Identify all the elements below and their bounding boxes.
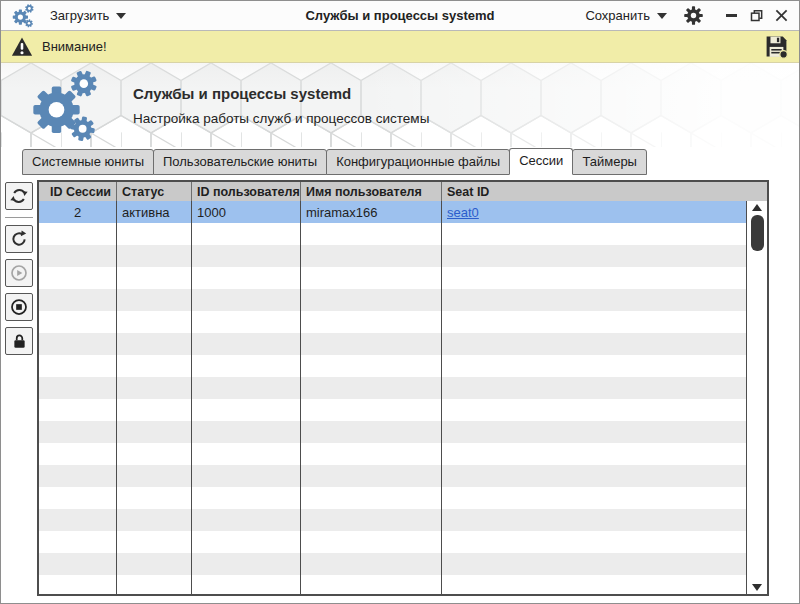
column-header-status[interactable]: Статус: [117, 182, 192, 201]
sessions-table: ID Сессии Статус ID пользователя Имя пол…: [37, 180, 769, 596]
refresh-button[interactable]: [5, 182, 33, 210]
empty-cell: [301, 267, 442, 289]
table-empty-row[interactable]: [39, 245, 746, 267]
empty-cell: [301, 575, 442, 594]
column-header-user-name[interactable]: Имя пользователя: [301, 182, 442, 201]
column-header-seat-id[interactable]: Seat ID: [442, 182, 767, 201]
empty-cell: [192, 421, 301, 443]
table-empty-row[interactable]: [39, 443, 746, 465]
empty-cell: [192, 399, 301, 421]
empty-cell: [117, 399, 192, 421]
empty-cell: [442, 553, 746, 575]
tab-config-files[interactable]: Конфигурационные файлы: [326, 149, 510, 175]
empty-cell: [192, 311, 301, 333]
empty-cell: [117, 245, 192, 267]
empty-cell: [301, 333, 442, 355]
column-header-user-id[interactable]: ID пользователя: [192, 182, 301, 201]
empty-cell: [192, 377, 301, 399]
table-row-session-2[interactable]: 2 активна 1000 miramax166 seat0: [39, 201, 746, 223]
seat-link[interactable]: seat0: [447, 205, 479, 220]
scroll-down-arrow-icon[interactable]: [752, 584, 762, 591]
table-empty-row[interactable]: [39, 355, 746, 377]
empty-cell: [442, 267, 746, 289]
start-button[interactable]: [5, 259, 33, 287]
empty-cell: [117, 223, 192, 245]
empty-cell: [301, 421, 442, 443]
vertical-scrollbar[interactable]: [746, 201, 767, 594]
settings-button[interactable]: [682, 5, 704, 27]
empty-cell: [442, 355, 746, 377]
table-empty-row[interactable]: [39, 531, 746, 553]
table-empty-row[interactable]: [39, 487, 746, 509]
scrollbar-thumb[interactable]: [751, 215, 764, 251]
cell-user-id: 1000: [192, 201, 301, 223]
tab-timers[interactable]: Таймеры: [572, 149, 647, 175]
warning-icon: [11, 36, 33, 58]
empty-cell: [117, 575, 192, 594]
empty-cell: [192, 245, 301, 267]
load-menu-button[interactable]: Загрузить: [50, 8, 126, 23]
app-window: Загрузить Службы и процессы systemd Сохр…: [0, 0, 800, 604]
restart-icon: [9, 229, 29, 249]
table-empty-row[interactable]: [39, 553, 746, 575]
tab-user-units[interactable]: Пользовательские юниты: [153, 149, 327, 175]
restart-button[interactable]: [5, 225, 33, 253]
empty-cell: [117, 377, 192, 399]
empty-cell: [301, 553, 442, 575]
title-bar-right: Сохранить: [574, 5, 789, 27]
empty-cell: [39, 333, 117, 355]
toolbar-separator: [5, 217, 33, 218]
table-empty-row[interactable]: [39, 311, 746, 333]
table-empty-row[interactable]: [39, 223, 746, 245]
table-empty-row[interactable]: [39, 465, 746, 487]
scroll-up-arrow-icon[interactable]: [752, 204, 762, 211]
tab-sessions[interactable]: Сессии: [509, 148, 573, 175]
empty-cell: [442, 333, 746, 355]
hero-content: Службы и процессы systemd Настройка рабо…: [1, 63, 799, 147]
maximize-button[interactable]: [748, 8, 764, 24]
warning-label: Внимание!: [42, 39, 107, 54]
empty-cell: [39, 443, 117, 465]
table-header: ID Сессии Статус ID пользователя Имя пол…: [39, 182, 767, 201]
table-empty-row[interactable]: [39, 333, 746, 355]
table-empty-row[interactable]: [39, 267, 746, 289]
save-menu-label: Сохранить: [585, 8, 650, 23]
empty-cell: [442, 421, 746, 443]
table-empty-row[interactable]: [39, 377, 746, 399]
empty-cell: [117, 267, 192, 289]
cell-seat-id: seat0: [442, 201, 746, 223]
empty-cell: [192, 575, 301, 594]
sessions-panel: ID Сессии Статус ID пользователя Имя пол…: [1, 175, 799, 604]
empty-cell: [301, 289, 442, 311]
empty-cell: [442, 575, 746, 594]
column-header-session-id[interactable]: ID Сессии: [39, 182, 117, 201]
load-menu-label: Загрузить: [50, 8, 109, 23]
empty-cell: [117, 311, 192, 333]
minimize-button[interactable]: [723, 8, 739, 24]
tab-system-units[interactable]: Системные юниты: [22, 149, 154, 175]
table-empty-row[interactable]: [39, 399, 746, 421]
lock-button[interactable]: [5, 327, 33, 355]
table-empty-row[interactable]: [39, 575, 746, 594]
stop-button[interactable]: [5, 293, 33, 321]
empty-cell: [117, 333, 192, 355]
empty-cell: [301, 399, 442, 421]
empty-cell: [442, 311, 746, 333]
empty-cell: [39, 509, 117, 531]
empty-cell: [192, 531, 301, 553]
table-empty-row[interactable]: [39, 289, 746, 311]
empty-cell: [301, 311, 442, 333]
table-empty-row[interactable]: [39, 509, 746, 531]
table-empty-row[interactable]: [39, 421, 746, 443]
close-button[interactable]: [773, 8, 789, 24]
refresh-icon: [9, 186, 29, 206]
empty-cell: [39, 399, 117, 421]
save-file-button[interactable]: [764, 34, 789, 59]
save-menu-button[interactable]: Сохранить: [585, 8, 667, 23]
empty-cell: [117, 487, 192, 509]
empty-cell: [117, 443, 192, 465]
empty-cell: [39, 223, 117, 245]
warning-bar: Внимание!: [1, 31, 799, 63]
empty-cell: [117, 421, 192, 443]
empty-cell: [117, 289, 192, 311]
